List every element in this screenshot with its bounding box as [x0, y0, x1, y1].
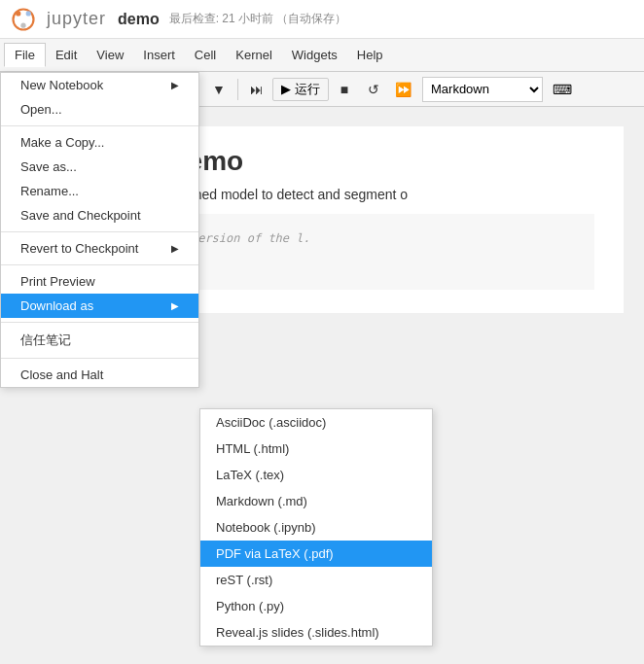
submenu-html[interactable]: HTML (.html) [200, 436, 432, 462]
latex-label: LaTeX (.tex) [216, 468, 284, 482]
new-notebook-arrow: ▶ [171, 80, 179, 90]
menu-revert-checkpoint[interactable]: Revert to Checkpoint ▶ [1, 236, 198, 261]
revert-checkpoint-label: Revert to Checkpoint [20, 241, 138, 256]
trust-label: 信任笔记 [20, 332, 71, 349]
html-label: HTML (.html) [216, 441, 289, 456]
submenu-pdf[interactable]: PDF via LaTeX (.pdf) [200, 541, 432, 567]
menu-view[interactable]: View [87, 44, 133, 66]
menu-insert[interactable]: Insert [133, 44, 185, 66]
submenu-python[interactable]: Python (.py) [200, 593, 432, 619]
open-label: Open... [20, 102, 62, 117]
menu-widgets[interactable]: Widgets [282, 44, 347, 66]
close-halt-label: Close and Halt [20, 367, 103, 382]
menu-new-notebook[interactable]: New Notebook ▶ [1, 73, 198, 97]
rename-label: Rename... [20, 184, 79, 198]
menu-rename[interactable]: Rename... [1, 179, 198, 203]
submenu-latex[interactable]: LaTeX (.tex) [200, 462, 432, 488]
run-icon: ▶ [281, 82, 291, 96]
titlebar: jupyter demo 最后检查: 21 小时前 （自动保存） [0, 0, 644, 39]
separator-4 [237, 79, 238, 100]
notebook-label: Notebook (.ipynb) [216, 520, 316, 535]
asciidoc-label: AsciiDoc (.asciidoc) [216, 415, 326, 430]
restart-button[interactable]: ↺ [360, 77, 387, 102]
separator-d [1, 322, 198, 323]
separator-c [1, 264, 198, 265]
brand-name: jupyter [47, 9, 106, 29]
rest-label: reST (.rst) [216, 573, 272, 587]
menu-help[interactable]: Help [347, 44, 393, 66]
menu-make-copy[interactable]: Make a Copy... [1, 130, 198, 155]
cell-type-select[interactable]: Markdown Code Raw NBConvert [422, 77, 543, 102]
menu-save-checkpoint[interactable]: Save and Checkpoint [1, 203, 198, 227]
submenu-reveal[interactable]: Reveal.js slides (.slides.html) [200, 619, 432, 646]
python-label: Python (.py) [216, 599, 284, 613]
menu-print-preview[interactable]: Print Preview [1, 269, 198, 294]
menu-kernel[interactable]: Kernel [226, 44, 282, 66]
notebook-title[interactable]: demo [118, 11, 160, 28]
submenu-rest[interactable]: reST (.rst) [200, 567, 432, 593]
file-menu: New Notebook ▶ Open... Make a Copy... Sa… [0, 72, 199, 388]
save-as-label: Save as... [20, 159, 77, 174]
pdf-label: PDF via LaTeX (.pdf) [216, 546, 334, 561]
revert-arrow: ▶ [171, 243, 179, 254]
checkpoint-info: 最后检查: 21 小时前 （自动保存） [169, 11, 347, 27]
move-down-button[interactable]: ▼ [205, 77, 233, 102]
print-preview-label: Print Preview [20, 274, 95, 289]
menu-file[interactable]: File [4, 43, 46, 67]
menu-open[interactable]: Open... [1, 97, 198, 122]
svg-point-2 [26, 11, 31, 16]
menu-save-as[interactable]: Save as... [1, 155, 198, 179]
menu-trust[interactable]: 信任笔记 [1, 327, 198, 354]
submenu-notebook[interactable]: Notebook (.ipynb) [200, 514, 432, 541]
step-button[interactable]: ⏭ [243, 77, 270, 102]
menu-cell[interactable]: Cell [185, 44, 226, 66]
download-arrow: ▶ [171, 300, 179, 311]
markdown-label: Markdown (.md) [216, 494, 307, 508]
make-copy-label: Make a Copy... [20, 135, 104, 150]
run-button[interactable]: ▶ 运行 [272, 78, 329, 101]
svg-point-1 [16, 11, 20, 16]
menubar: File Edit View Insert Cell Kernel Widget… [0, 39, 644, 72]
save-checkpoint-label: Save and Checkpoint [20, 208, 141, 223]
menu-close-halt[interactable]: Close and Halt [1, 363, 198, 387]
submenu-asciidoc[interactable]: AsciiDoc (.asciidoc) [200, 409, 432, 436]
separator-e [1, 358, 198, 359]
reveal-label: Reveal.js slides (.slides.html) [216, 625, 379, 640]
run-label: 运行 [295, 81, 320, 98]
logo-icon [10, 6, 37, 33]
jupyter-logo [10, 6, 37, 33]
keyboard-shortcuts-button[interactable]: ⌨ [549, 77, 576, 102]
run-all-button[interactable]: ⏩ [389, 77, 416, 102]
interrupt-button[interactable]: ■ [331, 77, 358, 102]
separator-b [1, 231, 198, 232]
new-notebook-label: New Notebook [20, 78, 103, 92]
menu-download-as[interactable]: Download as ▶ [1, 294, 198, 318]
separator-a [1, 125, 198, 126]
svg-point-3 [20, 22, 25, 27]
download-as-label: Download as [20, 298, 93, 313]
submenu-markdown[interactable]: Markdown (.md) [200, 488, 432, 514]
download-submenu: AsciiDoc (.asciidoc) HTML (.html) LaTeX … [199, 408, 433, 647]
menu-edit[interactable]: Edit [46, 44, 87, 66]
